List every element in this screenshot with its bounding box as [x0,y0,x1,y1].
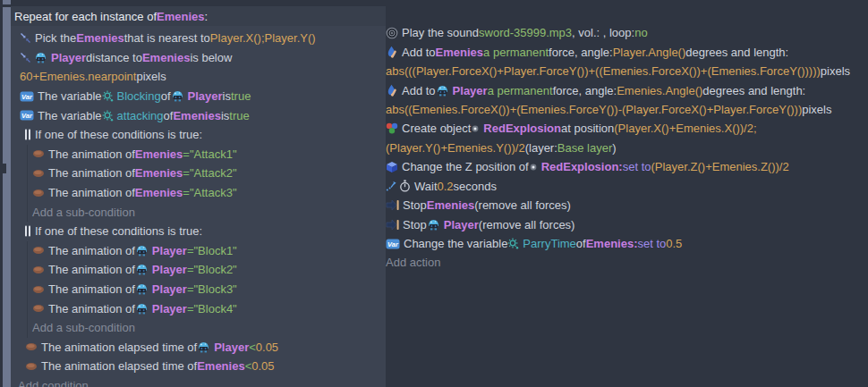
text-segment: at position [561,122,614,135]
text-segment: Player [51,51,86,64]
text-segment: (Player.Y()+Emenies.Y())/2 [386,141,525,155]
condition-row-animation[interactable]: The animation of Emenies = "Attack1" [27,145,386,164]
text-segment: attacking [117,109,164,122]
condition-row-animation[interactable]: The animation of Player = "Block1" [27,241,386,261]
condition-row-distance[interactable]: Player distance to Emenies is below [11,48,386,68]
text-segment: Repeat for each instance of [14,10,157,23]
text-segment: is [223,89,231,103]
text-segment: Base layer [557,141,612,155]
text-segment: seconds [454,180,497,193]
condition-row-animation[interactable]: The animation of Player = "Block4" [27,299,386,318]
player-icon [135,245,149,257]
text-segment: Stop [403,218,427,231]
text-segment: Emenies [436,46,483,59]
text-segment: , vol.: , loop: [572,26,634,39]
or-block-row[interactable]: If one of these conditions is true: [11,222,386,241]
add-action-link[interactable]: Add action [386,253,868,272]
text-segment: 0.2 [438,180,454,193]
text-segment: Add condition [18,379,89,387]
event-collapse-notch[interactable] [3,164,6,173]
condition-row-distance-continuation[interactable]: 60+Emenies.nearpoint pixels [11,67,386,87]
action-row-stop[interactable]: Stop Emenies (remove all forces) [386,196,868,215]
player-icon [135,283,149,295]
action-row-add-force-continuation[interactable]: abs((Emenies.ForceX())+(Emenies.ForceY()… [386,100,868,119]
text-segment: Player [152,302,187,315]
text-segment: pixels [802,103,831,116]
add-sub-condition-link[interactable]: Add a sub-condition [27,202,386,222]
action-row-create-object-continuation[interactable]: (Player.Y()+Emenies.Y())/2 (layer: Base … [386,139,868,157]
text-segment: true [231,89,251,103]
action-row-z-position[interactable]: Change the Z position of RedExplosion: s… [386,157,868,176]
condition-row-animation[interactable]: The animation of Player = "Block3" [27,280,386,299]
condition-row-elapsed-time[interactable]: The animation elapsed time of Emenies < … [11,357,386,376]
text-segment: Player [214,341,249,354]
text-segment: "Attack3" [190,186,237,199]
condition-row-animation[interactable]: The animation of Emenies = "Attack3" [27,183,386,203]
conditions-panel[interactable]: Repeat for each instance of Emenies : Pi… [11,6,386,387]
text-segment: = [187,302,194,315]
text-segment: RedExplosion [483,122,561,135]
action-row-change-variable[interactable]: VarChange the variable ParryTime of Emen… [386,234,868,253]
text-segment: is below [190,51,232,64]
text-segment: = [187,282,194,296]
animation-icon [32,189,45,198]
text-segment: Player.Angle() [613,46,686,59]
text-segment: The animation of [48,302,135,315]
text-segment: (remove all forces) [474,198,571,212]
text-segment: "Attack1" [190,147,237,161]
or-block-row[interactable]: If one of these conditions is true: [11,125,386,145]
previous-event-margin-stub [3,0,11,4]
text-segment: Emenies [157,10,204,23]
pick-nearest-icon [20,52,31,63]
action-row-add-force-continuation[interactable]: abs(((Player.ForceX()+Player.ForceY())+(… [386,62,868,80]
action-row-wait[interactable]: Wait 0.2 seconds [386,177,868,196]
condition-row-variable-blocking[interactable]: VarThe variable Blocking of Player is tr… [11,87,386,106]
text-segment: Emenies [76,31,123,45]
text-segment: Player [152,244,187,257]
text-segment: = [183,147,190,161]
player-icon [34,52,47,63]
sound-icon [386,27,398,39]
text-segment: The animation of [48,282,135,296]
action-row-add-force[interactable]: Add to Player a permanent force, angle: … [386,80,868,99]
player-icon [436,85,449,97]
text-segment: sword-35999.mp3 [479,26,572,39]
text-segment: Wait [414,180,438,193]
text-segment: a permanent [488,84,553,97]
add-sub-condition-link[interactable]: Add a sub-condition [27,318,386,338]
condition-row-elapsed-time[interactable]: The animation elapsed time of Player < 0… [11,338,386,358]
text-segment: The animation elapsed time of [41,359,197,373]
text-segment: Pick the [35,31,76,45]
text-segment: = [187,263,194,276]
add-condition-link[interactable]: Add condition [11,376,386,387]
player-icon [135,264,149,275]
instance-variable-icon [102,110,114,122]
condition-row-variable-attacking[interactable]: VarThe variable attacking of Emenies is … [11,105,386,125]
text-segment: Add action [386,256,440,269]
condition-row-animation[interactable]: The animation of Emenies = "Attack2" [27,164,386,183]
text-segment: The animation of [48,244,135,257]
animation-icon [25,342,38,351]
text-segment: Player [188,89,223,103]
text-segment: Emenies [197,359,244,373]
event-header-row[interactable]: Repeat for each instance of Emenies : [11,6,386,26]
svg-text:Var: Var [21,112,33,120]
action-row-play-sound[interactable]: Play the sound sword-35999.mp3, vol.: , … [386,23,868,42]
text-segment: The animation of [48,263,135,276]
condition-row-pick-nearest[interactable]: Pick the Emenies that is nearest to Play… [11,29,386,48]
text-segment: ParryTime [523,237,575,250]
actions-panel[interactable]: Play the sound sword-35999.mp3, vol.: , … [386,23,868,387]
pick-nearest-icon [20,32,31,44]
text-segment: Change the variable [404,237,507,250]
condition-row-animation[interactable]: The animation of Player = "Block2" [27,260,386,280]
event-margin-bar[interactable] [3,7,11,387]
text-segment: abs((Emenies.ForceX())+(Emenies.ForceY()… [386,103,802,116]
text-segment: Play the sound [402,26,479,39]
text-segment: "Block4" [193,302,236,315]
action-row-add-force[interactable]: Add to Emenies a permanent force, angle:… [386,42,868,61]
text-segment: 0.05 [251,359,274,373]
player-icon [171,90,184,102]
action-row-create-object[interactable]: Create object RedExplosion at position (… [386,119,868,138]
text-segment: 0.5 [666,237,682,250]
action-row-stop[interactable]: Stop Player (remove all forces) [386,215,868,233]
